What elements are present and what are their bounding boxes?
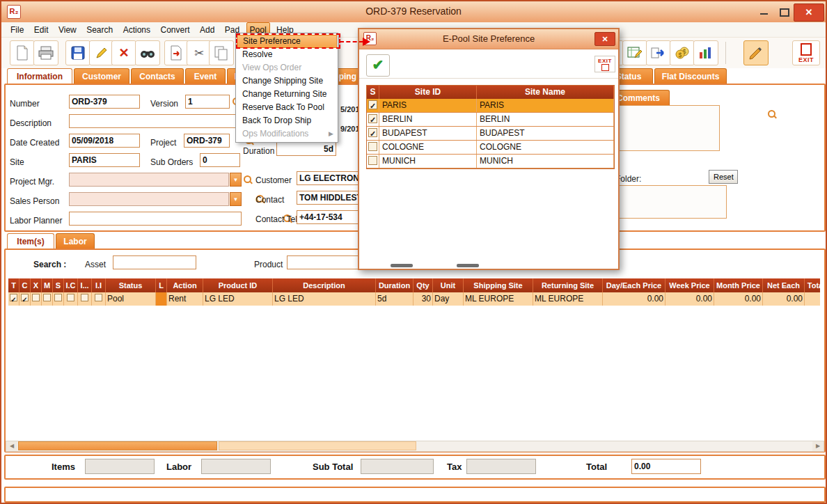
delete-button[interactable]: ✕ [111,40,136,65]
menu-item-change-shipping-site[interactable]: Change Shipping Site [237,74,337,88]
checkbox-ii[interactable] [95,294,102,301]
col-description[interactable]: Description [273,278,376,292]
tab-flat-discounts[interactable]: Flat Discounts [654,68,727,84]
menu-file[interactable]: File [7,22,27,37]
col-s[interactable]: S [53,278,64,292]
checkbox-m[interactable] [43,294,51,301]
col-net-each[interactable]: Net Each [763,278,805,292]
menu-convert[interactable]: Convert [157,22,193,37]
col-ic[interactable]: I.C [64,278,78,292]
col-returning-site[interactable]: Returning Site [533,278,603,292]
save-button[interactable] [65,40,90,65]
checkbox-t[interactable] [10,294,17,301]
site-col-id[interactable]: Site ID [379,86,477,99]
project-mgr-search-icon[interactable] [243,175,253,184]
menu-search[interactable]: Search [83,22,116,37]
dialog-exit-button[interactable]: EXIT [594,56,615,72]
site-row-paris[interactable]: PARIS PARIS [367,99,614,113]
exit-button[interactable]: EXIT [792,40,820,65]
copy-button[interactable] [209,40,234,65]
site-col-name[interactable]: Site Name [477,86,614,99]
date-created-input[interactable] [69,134,140,148]
project-input[interactable] [184,134,230,148]
items-table-row[interactable]: Pool Rent LG LED LG LED 5d 30 Day ML EUR… [8,292,820,306]
scrollbar-thumb[interactable] [18,441,217,450]
site-input[interactable] [69,153,140,167]
checkbox-ic[interactable] [67,294,74,301]
site-checkbox-budapest[interactable] [368,128,377,137]
checkbox-s[interactable] [54,294,62,301]
dialog-ok-button[interactable]: ✔ [366,54,390,77]
sales-person-dropdown-button[interactable]: ▼ [230,192,242,206]
cut-button[interactable]: ✂ [187,40,212,65]
site-row-berlin[interactable]: BERLIN BERLIN [367,113,614,127]
dialog-grip-left[interactable] [391,264,413,267]
tab-contacts[interactable]: Contacts [131,68,184,84]
site-checkbox-berlin[interactable] [368,114,377,123]
number-input[interactable] [69,95,140,109]
menu-view[interactable]: View [55,22,80,37]
col-m[interactable]: M [42,278,53,292]
tab-information[interactable]: Information [7,68,72,84]
col-x[interactable]: X [31,278,42,292]
menu-item-change-returning-site[interactable]: Change Returning Site [237,88,337,101]
scroll-left-icon[interactable]: ◀ [6,441,17,451]
col-shipping-site[interactable]: Shipping Site [464,278,533,292]
col-l[interactable]: L [156,278,167,292]
menu-actions[interactable]: Actions [120,22,154,37]
col-month-price[interactable]: Month Price [714,278,763,292]
site-row-cologne[interactable]: COLOGNE COLOGNE [367,141,614,155]
edit-button[interactable] [89,40,114,65]
new-button[interactable] [10,40,35,65]
menu-item-resolve[interactable]: Resolve [237,48,337,61]
notes-edit-button[interactable] [622,40,647,65]
menu-edit[interactable]: Edit [31,22,52,37]
menu-item-reserve-back-to-pool[interactable]: Reserve Back To Pool [237,101,337,114]
site-row-budapest[interactable]: BUDAPEST BUDAPEST [367,127,614,141]
tab-labor[interactable]: Labor [56,233,95,249]
tab-items[interactable]: Item(s) [7,233,54,249]
dialog-grip-right[interactable] [457,264,479,267]
minimize-button[interactable] [753,3,774,20]
tab-event[interactable]: Event [185,68,226,84]
labor-planner-input[interactable] [69,212,242,226]
print-button[interactable] [33,40,58,65]
col-day-each-price[interactable]: Day/Each Price [603,278,665,292]
duration-input[interactable] [276,142,336,156]
sales-person-input[interactable] [69,192,229,206]
site-checkbox-cologne[interactable] [368,142,377,151]
export-button[interactable] [164,40,189,65]
description-input[interactable] [69,114,244,128]
col-qty[interactable]: Qty [414,278,433,292]
col-duration[interactable]: Duration [376,278,414,292]
version-input[interactable] [185,95,230,109]
checkbox-x[interactable] [32,294,40,301]
project-mgr-dropdown-button[interactable]: ▼ [230,173,242,187]
project-mgr-input[interactable] [69,173,229,187]
col-total[interactable]: Total [805,278,820,292]
prices-button[interactable]: $$ [670,40,695,65]
col-week-price[interactable]: Week Price [665,278,714,292]
comments-search-icon[interactable] [767,109,777,119]
scroll-right-icon[interactable]: ▶ [812,441,824,451]
find-button[interactable] [135,40,160,65]
col-t[interactable]: T [8,278,19,292]
site-row-munich[interactable]: MUNICH MUNICH [367,155,614,168]
site-checkbox-paris[interactable] [368,100,377,109]
comments-box[interactable] [617,105,720,151]
scrollbar-thumb-secondary[interactable] [219,441,416,450]
col-c[interactable]: C [19,278,31,292]
col-i2[interactable]: I... [78,278,92,292]
site-checkbox-munich[interactable] [368,156,377,165]
col-product-id[interactable]: Product ID [203,278,273,292]
col-ii[interactable]: I.I [92,278,106,292]
col-unit[interactable]: Unit [433,278,464,292]
menu-item-back-to-drop-ship[interactable]: Back To Drop Ship [237,114,337,127]
reset-button[interactable]: Reset [709,170,738,184]
asset-input[interactable] [113,255,196,269]
checkbox-c[interactable] [21,294,29,301]
sub-orders-input[interactable] [200,153,240,167]
tab-customer[interactable]: Customer [74,68,129,84]
checkbox-i2[interactable] [81,294,88,301]
brush-button[interactable] [743,40,769,65]
